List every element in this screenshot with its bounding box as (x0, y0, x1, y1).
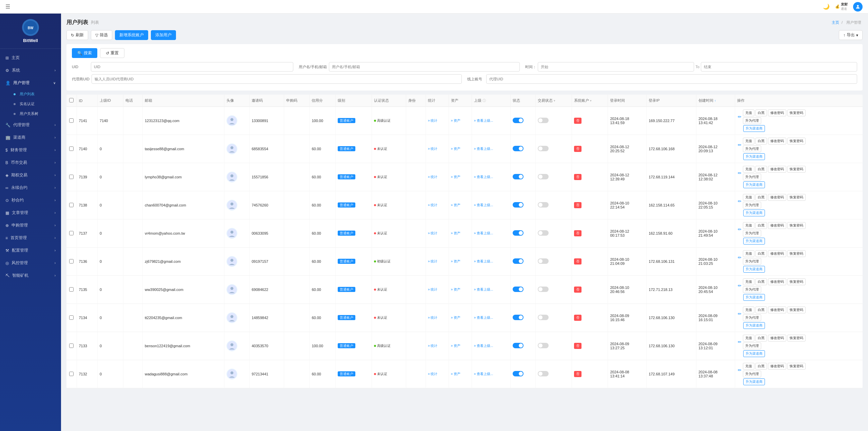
whitelist-button[interactable]: 白黑 (755, 363, 767, 370)
row-checkbox[interactable] (69, 315, 74, 320)
charge-button[interactable]: 充值 (743, 194, 754, 201)
sidebar-item-miner[interactable]: ⛏ 智能矿机 › (0, 269, 61, 282)
promote-agent-button[interactable]: 升为代理 (743, 258, 761, 265)
status-toggle[interactable] (513, 230, 524, 236)
edit-icon-button[interactable]: ✏ (737, 198, 742, 204)
change-pwd-button[interactable]: 修改密码 (768, 363, 786, 370)
stats-link[interactable]: » 统计 (428, 175, 437, 179)
deny-button[interactable]: 否 (574, 174, 581, 180)
charge-button[interactable]: 充值 (743, 138, 754, 144)
status-toggle[interactable] (513, 287, 524, 292)
assets-link[interactable]: » 资产 (451, 288, 460, 291)
promote-channel-button[interactable]: 升为渠道商 (743, 153, 765, 160)
online-input[interactable] (486, 74, 857, 84)
whitelist-button[interactable]: 白黑 (755, 194, 767, 201)
sidebar-item-risk[interactable]: ◎ 风控管理 › (0, 257, 61, 269)
user-avatar-top[interactable] (853, 2, 863, 12)
edit-icon-button[interactable]: ✏ (737, 114, 742, 120)
whitelist-button[interactable]: 白黑 (755, 110, 767, 116)
trade-toggle[interactable] (538, 202, 549, 208)
deny-button[interactable]: 否 (574, 118, 581, 124)
assets-link[interactable]: » 资产 (451, 372, 460, 376)
row-checkbox[interactable] (69, 259, 74, 263)
moon-icon[interactable]: 🌙 (823, 3, 830, 10)
promote-agent-button[interactable]: 升为代理 (743, 174, 761, 180)
sidebar-item-user-relations[interactable]: 用户关系树 (11, 109, 61, 119)
edit-icon-button[interactable]: ✏ (737, 282, 742, 289)
uid-input[interactable] (91, 62, 293, 72)
superior-link[interactable]: » 查看上级... (474, 259, 493, 263)
deny-button[interactable]: 否 (574, 202, 581, 208)
edit-icon-button[interactable]: ✏ (737, 142, 742, 148)
promote-channel-button[interactable]: 升为渠道商 (743, 125, 765, 132)
promote-channel-button[interactable]: 升为渠道商 (743, 350, 765, 357)
status-toggle[interactable] (513, 343, 524, 348)
change-pwd-button[interactable]: 修改密码 (768, 335, 786, 341)
superior-link[interactable]: » 查看上级... (474, 119, 493, 122)
restore-pwd-button[interactable]: 恢复密码 (787, 194, 806, 201)
trade-toggle[interactable] (538, 146, 549, 151)
whitelist-button[interactable]: 白黑 (755, 335, 767, 341)
charge-button[interactable]: 充值 (743, 278, 754, 285)
restore-pwd-button[interactable]: 恢复密码 (787, 138, 806, 144)
sidebar-item-agent[interactable]: 🔧 代理管理 › (0, 119, 61, 131)
promote-agent-button[interactable]: 升为代理 (743, 286, 761, 293)
select-all-checkbox[interactable] (69, 98, 74, 102)
stats-link[interactable]: » 统计 (428, 288, 437, 291)
stats-link[interactable]: » 统计 (428, 231, 437, 235)
promote-agent-button[interactable]: 升为代理 (743, 371, 761, 377)
sidebar-item-futures[interactable]: ◈ 期权交易 › (0, 169, 61, 181)
sidebar-item-user-mgmt[interactable]: 👤 用户管理 ∨ (0, 77, 61, 89)
edit-icon-button[interactable]: ✏ (737, 226, 742, 233)
whitelist-button[interactable]: 白黑 (755, 166, 767, 173)
restore-pwd-button[interactable]: 恢复密码 (787, 166, 806, 173)
restore-pwd-button[interactable]: 恢复密码 (787, 363, 806, 370)
assets-link[interactable]: » 资产 (451, 231, 460, 235)
trade-toggle[interactable] (538, 230, 549, 236)
stats-link[interactable]: » 统计 (428, 372, 437, 376)
edit-icon-button[interactable]: ✏ (737, 170, 742, 176)
promote-agent-button[interactable]: 升为代理 (743, 145, 761, 152)
add-user-button[interactable]: 添加用户 (151, 30, 176, 40)
row-checkbox[interactable] (69, 118, 74, 123)
superior-link[interactable]: » 查看上级... (474, 147, 493, 151)
stats-link[interactable]: » 统计 (428, 119, 437, 122)
change-pwd-button[interactable]: 修改密码 (768, 110, 786, 116)
promote-agent-button[interactable]: 升为代理 (743, 117, 761, 124)
sidebar-item-perpetual[interactable]: ∞ 永续合约 › (0, 181, 61, 194)
trade-toggle[interactable] (538, 287, 549, 292)
superior-link[interactable]: » 查看上级... (474, 316, 493, 319)
deny-button[interactable]: 否 (574, 258, 581, 265)
change-pwd-button[interactable]: 修改密码 (768, 307, 786, 313)
sidebar-item-homepage[interactable]: ≡ 首页管理 › (0, 232, 61, 244)
status-toggle[interactable] (513, 146, 524, 151)
deny-button[interactable]: 否 (574, 315, 581, 321)
sidebar-item-apply[interactable]: ⊕ 申购管理 › (0, 219, 61, 232)
stats-link[interactable]: » 统计 (428, 344, 437, 348)
edit-icon-button[interactable]: ✏ (737, 254, 742, 261)
promote-agent-button[interactable]: 升为代理 (743, 230, 761, 237)
promote-agent-button[interactable]: 升为代理 (743, 314, 761, 321)
assets-link[interactable]: » 资产 (451, 119, 460, 122)
restore-pwd-button[interactable]: 恢复密码 (787, 335, 806, 341)
promote-channel-button[interactable]: 升为渠道商 (743, 210, 765, 216)
filter-button[interactable]: ▽ 筛选 (91, 30, 112, 40)
row-checkbox[interactable] (69, 287, 74, 292)
status-toggle[interactable] (513, 118, 524, 123)
change-pwd-button[interactable]: 修改密码 (768, 194, 786, 201)
promote-channel-button[interactable]: 升为渠道商 (743, 181, 765, 188)
promote-channel-button[interactable]: 升为渠道商 (743, 266, 765, 273)
restore-pwd-button[interactable]: 恢复密码 (787, 110, 806, 116)
charge-button[interactable]: 充值 (743, 250, 754, 257)
charge-button[interactable]: 充值 (743, 222, 754, 229)
change-pwd-button[interactable]: 修改密码 (768, 222, 786, 229)
charge-button[interactable]: 充值 (743, 307, 754, 313)
whitelist-button[interactable]: 白黑 (755, 138, 767, 144)
change-pwd-button[interactable]: 修改密码 (768, 278, 786, 285)
assets-link[interactable]: » 资产 (451, 175, 460, 179)
promote-agent-button[interactable]: 升为代理 (743, 342, 761, 349)
charge-button[interactable]: 充值 (743, 166, 754, 173)
row-checkbox[interactable] (69, 344, 74, 348)
export-button[interactable]: ↑ 导出 ▾ (839, 30, 863, 40)
sidebar-item-home[interactable]: ⊞ 主页 (0, 52, 61, 64)
